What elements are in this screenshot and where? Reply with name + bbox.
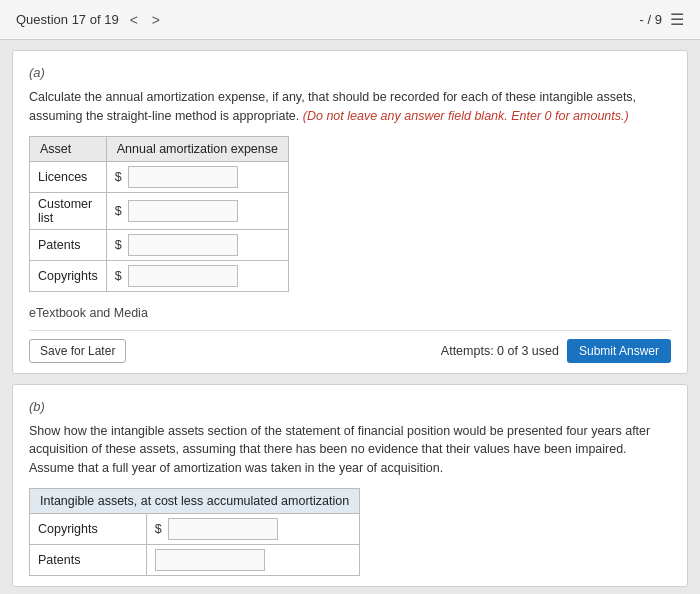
- dollar-sign: $: [155, 522, 165, 536]
- question-title: Question 17 of 19: [16, 12, 119, 27]
- intangible-copyrights-cell: $: [146, 513, 360, 544]
- copyrights-input[interactable]: [128, 265, 238, 287]
- section-b-description: Show how the intangible assets section o…: [29, 422, 671, 478]
- copyrights-input-cell: $: [106, 260, 288, 291]
- header: Question 17 of 19 < > - / 9 ☰: [0, 0, 700, 40]
- patents-input-cell: $: [106, 229, 288, 260]
- intangible-copyrights-input[interactable]: [168, 518, 278, 540]
- header-left: Question 17 of 19 < >: [16, 12, 163, 28]
- footer-right: Attempts: 0 of 3 used Submit Answer: [441, 339, 671, 363]
- section-a-description: Calculate the annual amortization expens…: [29, 88, 671, 126]
- licences-input[interactable]: [128, 166, 238, 188]
- submit-answer-button[interactable]: Submit Answer: [567, 339, 671, 363]
- asset-name-copyrights: Copyrights: [30, 260, 107, 291]
- amortization-table: Asset Annual amortization expense Licenc…: [29, 136, 289, 292]
- table-row: Licences $: [30, 161, 289, 192]
- intangible-patents-input[interactable]: [155, 549, 265, 571]
- dollar-sign: $: [115, 238, 125, 252]
- dollar-sign: $: [115, 269, 125, 283]
- next-button[interactable]: >: [149, 12, 163, 28]
- save-later-button[interactable]: Save for Later: [29, 339, 126, 363]
- dollar-sign: $: [115, 204, 125, 218]
- licences-input-cell: $: [106, 161, 288, 192]
- intangible-asset-patents: Patents: [30, 544, 147, 575]
- table-row: Patents: [30, 544, 360, 575]
- header-right: - / 9 ☰: [640, 10, 684, 29]
- section-a-card: (a) Calculate the annual amortization ex…: [12, 50, 688, 374]
- section-b-label: (b): [29, 399, 671, 414]
- menu-icon[interactable]: ☰: [670, 10, 684, 29]
- etextbook-link[interactable]: eTextbook and Media: [29, 306, 671, 320]
- asset-name-licences: Licences: [30, 161, 107, 192]
- asset-name-customer-list: Customerlist: [30, 192, 107, 229]
- main-content: (a) Calculate the annual amortization ex…: [0, 40, 700, 594]
- attempts-text: Attempts: 0 of 3 used: [441, 344, 559, 358]
- section-a-footer: Save for Later Attempts: 0 of 3 used Sub…: [29, 330, 671, 363]
- col-expense-header: Annual amortization expense: [106, 136, 288, 161]
- intangible-patents-cell: [146, 544, 360, 575]
- table-row: Customerlist $: [30, 192, 289, 229]
- table-row: Copyrights $: [30, 260, 289, 291]
- score-display: - / 9: [640, 12, 662, 27]
- table-row: Patents $: [30, 229, 289, 260]
- col-asset-header: Asset: [30, 136, 107, 161]
- intangible-col-header: Intangible assets, at cost less accumula…: [30, 488, 360, 513]
- patents-input[interactable]: [128, 234, 238, 256]
- intangible-asset-copyrights: Copyrights: [30, 513, 147, 544]
- customer-list-input[interactable]: [128, 200, 238, 222]
- asset-name-patents: Patents: [30, 229, 107, 260]
- customer-list-input-cell: $: [106, 192, 288, 229]
- dollar-sign: $: [115, 170, 125, 184]
- section-a-note: (Do not leave any answer field blank. En…: [303, 109, 629, 123]
- section-b-card: (b) Show how the intangible assets secti…: [12, 384, 688, 587]
- prev-button[interactable]: <: [127, 12, 141, 28]
- intangible-table: Intangible assets, at cost less accumula…: [29, 488, 360, 576]
- section-a-label: (a): [29, 65, 671, 80]
- table-row: Copyrights $: [30, 513, 360, 544]
